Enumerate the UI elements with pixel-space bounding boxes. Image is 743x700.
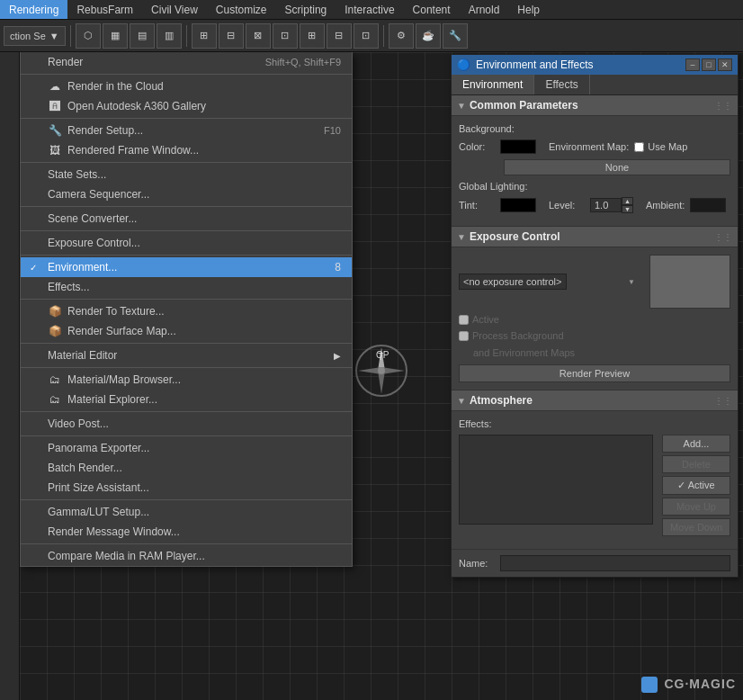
toolbar: ction Se ▼ ⬡ ▦ ▤ ▥ ⊞ ⊟ ⊠ ⊡ ⊞ ⊟ ⊡ ⚙ ☕ 🔧 (0, 20, 743, 52)
close-button[interactable]: ✕ (718, 58, 732, 71)
toolbar-btn-4[interactable]: ▥ (157, 23, 182, 49)
tab-environment[interactable]: Environment (452, 75, 534, 94)
toolbar-btn-6[interactable]: ⊟ (219, 23, 244, 49)
menu-item-scene-converter[interactable]: Scene Converter... (21, 209, 352, 229)
cloud-label: Render in the Cloud (67, 80, 164, 93)
toolbar-btn-1[interactable]: ⬡ (76, 23, 101, 49)
menu-item-ram-player[interactable]: Compare Media in RAM Player... (21, 546, 352, 566)
toolbar-btn-2[interactable]: ▦ (103, 23, 128, 49)
viewport[interactable]: [+] [Front] [Standard] [Wireframe] T OP … (20, 52, 743, 700)
menu-item-state-sets[interactable]: State Sets... (21, 165, 352, 184)
gallery-label: Open Autodesk A360 Gallery (67, 100, 206, 112)
menu-item-effects[interactable]: Effects... (21, 277, 352, 297)
move-down-button[interactable]: Move Down (662, 518, 730, 536)
delete-button[interactable]: Delete (662, 455, 730, 473)
toolbar-btn-5[interactable]: ⊞ (192, 23, 217, 49)
atmosphere-body: Effects: Add... Delete ✓ Active Move Up … (452, 411, 738, 550)
render-preview-button[interactable]: Render Preview (459, 364, 730, 382)
menu-customize[interactable]: Customize (207, 0, 276, 19)
menu-interactive[interactable]: Interactive (336, 0, 403, 19)
toolbar-btn-14[interactable]: 🔧 (443, 23, 468, 49)
background-label: Background: (459, 123, 515, 134)
use-map-checkbox[interactable] (634, 142, 644, 152)
exposure-preview-box (649, 255, 730, 309)
toolbar-btn-12[interactable]: ⚙ (389, 23, 414, 49)
process-bg-checkbox-label: Process Background (459, 330, 564, 341)
menu-item-cloud[interactable]: ☁ Render in the Cloud (21, 76, 352, 96)
tab-effects[interactable]: Effects (534, 75, 589, 94)
toolbar-btn-3[interactable]: ▤ (130, 23, 155, 49)
common-params-header[interactable]: ▼ Common Parameters ⋮⋮ (452, 95, 738, 116)
render-texture-label: Render To Texture... (67, 305, 165, 318)
collapse-arrow-2-icon: ▼ (457, 232, 466, 242)
menu-rendering[interactable]: Rendering (0, 0, 67, 19)
menu-item-frame-window[interactable]: 🖼 Rendered Frame Window... (21, 140, 352, 160)
menu-item-video-post[interactable]: Video Post... (21, 414, 352, 434)
menu-item-render[interactable]: Render Shift+Q, Shift+F9 (21, 52, 352, 72)
menu-item-render-texture[interactable]: 📦 Render To Texture... (21, 301, 352, 321)
menu-item-batch-render[interactable]: Batch Render... (21, 458, 352, 478)
active-atm-button[interactable]: ✓ Active (662, 476, 730, 495)
level-spinner[interactable]: ▲ ▼ (590, 197, 633, 213)
menu-rebusfarm[interactable]: RebusFarm (67, 0, 142, 19)
menu-item-material-editor[interactable]: Material Editor ▶ (21, 346, 352, 365)
menu-item-panorama[interactable]: Panorama Exporter... (21, 438, 352, 458)
menu-item-setup[interactable]: 🔧 Render Setup... F10 (21, 121, 352, 140)
setup-shortcut: F10 (324, 125, 341, 136)
toolbar-btn-8[interactable]: ⊡ (273, 23, 298, 49)
viewport-compass: T OP (354, 344, 408, 398)
none-map-button[interactable]: None (504, 159, 730, 175)
color-label: Color: (459, 141, 495, 152)
active-checkbox (459, 315, 469, 325)
background-color-swatch[interactable] (500, 139, 536, 154)
move-up-button[interactable]: Move Up (662, 498, 730, 516)
material-explorer-label: Material Explorer... (67, 393, 157, 406)
menu-content[interactable]: Content (404, 0, 460, 19)
level-up-btn[interactable]: ▲ (622, 197, 633, 205)
process-bg-checkbox (459, 331, 469, 341)
exposure-control-body: <no exposure control> Active (452, 247, 738, 390)
menu-item-material-explorer[interactable]: 🗂 Material Explorer... (21, 390, 352, 409)
map-button-row: None (459, 159, 730, 175)
level-down-btn[interactable]: ▼ (622, 205, 633, 213)
menu-bar: Rendering RebusFarm Civil View Customize… (0, 0, 743, 20)
effects-list[interactable] (459, 435, 653, 525)
menu-item-gamma[interactable]: Gamma/LUT Setup... (21, 502, 352, 522)
tint-level-ambient-row: Tint: Level: ▲ ▼ Ambient: (459, 197, 730, 213)
menu-item-map-browser[interactable]: 🗂 Material/Map Browser... (21, 370, 352, 390)
exposure-select[interactable]: <no exposure control> (459, 274, 567, 290)
menu-item-environment[interactable]: ✓ Environment... 8 (21, 257, 352, 277)
setup-label: Render Setup... (67, 124, 143, 137)
atmosphere-header[interactable]: ▼ Atmosphere ⋮⋮ (452, 390, 738, 411)
panorama-label: Panorama Exporter... (48, 442, 149, 454)
toolbar-dropdown[interactable]: ction Se ▼ (4, 26, 66, 46)
check-icon: ✓ (30, 263, 37, 273)
exposure-select-wrapper[interactable]: <no exposure control> (459, 274, 639, 290)
menu-arnold[interactable]: Arnold (460, 0, 509, 19)
menu-item-camera-seq[interactable]: Camera Sequencer... (21, 184, 352, 204)
ambient-color-swatch[interactable] (690, 198, 726, 212)
name-input[interactable] (500, 555, 730, 571)
toolbar-btn-11[interactable]: ⊡ (354, 23, 379, 49)
watermark-text: CG·MAGIC (664, 677, 736, 691)
menu-item-print-size[interactable]: Print Size Assistant... (21, 478, 352, 498)
tint-color-swatch[interactable] (500, 198, 536, 212)
section-dots-2: ⋮⋮ (714, 232, 732, 242)
menu-item-message-window[interactable]: Render Message Window... (21, 522, 352, 542)
toolbar-btn-9[interactable]: ⊞ (300, 23, 325, 49)
menu-item-gallery[interactable]: 🅰 Open Autodesk A360 Gallery (21, 96, 352, 116)
level-input[interactable] (590, 198, 622, 212)
exposure-control-header[interactable]: ▼ Exposure Control ⋮⋮ (452, 227, 738, 247)
toolbar-btn-7[interactable]: ⊠ (246, 23, 271, 49)
toolbar-btn-13[interactable]: ☕ (416, 23, 441, 49)
menu-item-surface-map[interactable]: 📦 Render Surface Map... (21, 321, 352, 341)
menu-item-exposure[interactable]: Exposure Control... (21, 233, 352, 253)
add-button[interactable]: Add... (662, 435, 730, 453)
menu-help[interactable]: Help (508, 0, 549, 19)
toolbar-btn-10[interactable]: ⊟ (327, 23, 352, 49)
menu-scripting[interactable]: Scripting (276, 0, 336, 19)
use-map-label: Use Map (648, 141, 687, 152)
menu-civilview[interactable]: Civil View (142, 0, 207, 19)
maximize-button[interactable]: □ (702, 58, 716, 71)
minimize-button[interactable]: – (685, 58, 700, 71)
